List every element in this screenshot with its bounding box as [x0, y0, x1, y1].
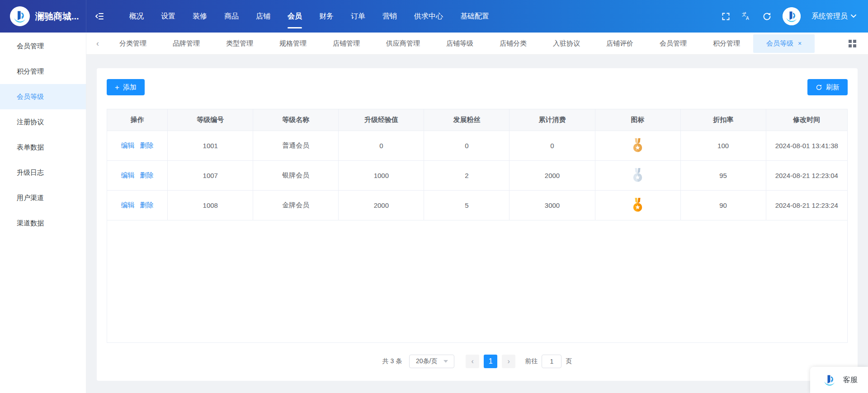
row-0-modified-time: 2024-08-01 13:41:38: [766, 131, 847, 161]
sidebar-item-0[interactable]: 会员管理: [0, 33, 86, 59]
table-row: 编辑删除1001普通会员0001002024-08-01 13:41:38: [107, 131, 847, 161]
logo-icon: [10, 6, 30, 26]
user-menu[interactable]: 系统管理员: [811, 12, 856, 21]
tabs-scroll-left-icon[interactable]: ‹: [86, 39, 106, 48]
top-menu-item-9[interactable]: 供求中心: [408, 0, 449, 33]
table-row: 编辑删除1008金牌会员200053000902024-08-21 12:23:…: [107, 191, 847, 220]
tab-1[interactable]: 品牌管理: [160, 34, 213, 53]
top-menu-item-2[interactable]: 装修: [186, 0, 213, 33]
sidebar-item-3[interactable]: 注册协议: [0, 109, 86, 135]
tab-11[interactable]: 积分管理: [700, 34, 753, 53]
row-0-level-no: 1001: [168, 131, 253, 161]
table-header-row: 操作等级编号等级名称升级经验值发展粉丝累计消费图标折扣率修改时间: [107, 109, 847, 131]
tab-10[interactable]: 会员管理: [646, 34, 700, 53]
tab-8[interactable]: 入驻协议: [540, 34, 593, 53]
table-header-cell-6: 图标: [595, 109, 681, 131]
collapse-menu-icon[interactable]: [94, 11, 105, 22]
refresh-button[interactable]: 刷新: [807, 79, 848, 95]
tab-label-12: 会员等级: [766, 39, 793, 48]
tab-9[interactable]: 店铺评价: [593, 34, 646, 53]
sidebar-item-2[interactable]: 会员等级: [0, 84, 86, 109]
edit-link[interactable]: 编辑: [121, 201, 135, 210]
tab-5[interactable]: 供应商管理: [373, 34, 433, 53]
tab-12[interactable]: 会员等级×: [753, 34, 815, 53]
table-body: 编辑删除1001普通会员0001002024-08-01 13:41:38编辑删…: [107, 131, 847, 220]
page-size-select[interactable]: 20条/页: [409, 355, 454, 368]
next-page-button[interactable]: ›: [502, 355, 515, 368]
tab-bar: ‹ 分类管理品牌管理类型管理规格管理店铺管理供应商管理店铺等级店铺分类入驻协议店…: [86, 33, 868, 55]
toolbar: + 添加 刷新: [107, 79, 848, 95]
member-level-card: + 添加 刷新 操作等级编号等级名称升级经验值发展粉丝累计消费图标折扣率修改时间…: [97, 68, 858, 381]
pagination: 共 3 条 20条/页 ‹ 1 › 前往 页: [107, 355, 848, 368]
prev-page-button[interactable]: ‹: [466, 355, 479, 368]
row-2-discount: 90: [681, 191, 766, 220]
language-icon[interactable]: 文A: [741, 11, 751, 21]
row-1-actions: 编辑删除: [107, 161, 168, 191]
row-2-upgrade-exp: 2000: [339, 191, 424, 220]
page-number-button[interactable]: 1: [484, 355, 497, 368]
svg-text:A: A: [746, 16, 749, 21]
top-menu-item-10[interactable]: 基础配置: [454, 0, 495, 33]
tab-7[interactable]: 店铺分类: [486, 34, 540, 53]
tab-label-5: 供应商管理: [386, 39, 420, 48]
top-navbar: 澜驰商城... 概况设置装修商品店铺会员财务订单营销供求中心基础配置 文A 系统…: [0, 0, 868, 33]
customer-service-widget[interactable]: 客服: [810, 367, 868, 393]
sidebar-item-4[interactable]: 表单数据: [0, 135, 86, 160]
table-header-cell-4: 发展粉丝: [424, 109, 509, 131]
row-2-consume: 3000: [509, 191, 595, 220]
sidebar-item-6[interactable]: 用户渠道: [0, 185, 86, 211]
edit-link[interactable]: 编辑: [121, 141, 135, 150]
tab-label-7: 店铺分类: [500, 39, 527, 48]
avatar[interactable]: [783, 7, 801, 25]
sidebar-item-7[interactable]: 渠道数据: [0, 211, 86, 236]
goto-unit: 页: [566, 357, 572, 365]
table-header-cell-8: 修改时间: [766, 109, 847, 131]
goto-label: 前往: [525, 357, 538, 365]
brand: 澜驰商城...: [0, 0, 86, 33]
tab-label-1: 品牌管理: [173, 39, 200, 48]
row-2-icon-cell: [595, 191, 681, 220]
top-menu-item-6[interactable]: 财务: [313, 0, 340, 33]
top-menu-item-7[interactable]: 订单: [344, 0, 372, 33]
top-menu-item-0[interactable]: 概况: [123, 0, 150, 33]
add-button[interactable]: + 添加: [107, 79, 145, 95]
tab-6[interactable]: 店铺等级: [433, 34, 486, 53]
tab-2[interactable]: 类型管理: [213, 34, 266, 53]
tab-label-3: 规格管理: [279, 39, 307, 48]
goto-page: 前往 页: [525, 355, 572, 368]
top-menu-item-1[interactable]: 设置: [155, 0, 182, 33]
sidebar-item-1[interactable]: 积分管理: [0, 59, 86, 84]
add-button-label: 添加: [123, 83, 137, 92]
refresh-icon[interactable]: [762, 12, 772, 21]
top-menu-item-3[interactable]: 商品: [218, 0, 245, 33]
fullscreen-icon[interactable]: [721, 12, 731, 21]
row-2-level-name: 金牌会员: [253, 191, 339, 220]
sidebar: 会员管理积分管理会员等级注册协议表单数据升级日志用户渠道渠道数据: [0, 33, 86, 393]
customer-service-logo-icon: [821, 371, 839, 389]
tab-label-6: 店铺等级: [446, 39, 473, 48]
gold-medal-icon: [632, 198, 644, 213]
tab-3[interactable]: 规格管理: [266, 34, 320, 53]
row-0-actions: 编辑删除: [107, 131, 168, 161]
edit-link[interactable]: 编辑: [121, 171, 135, 180]
row-0-level-name: 普通会员: [253, 131, 339, 161]
row-2-fans: 5: [424, 191, 509, 220]
sidebar-item-5[interactable]: 升级日志: [0, 160, 86, 185]
tab-grid-icon[interactable]: [837, 40, 868, 47]
top-menu-item-5[interactable]: 会员: [281, 0, 308, 33]
delete-link[interactable]: 删除: [140, 201, 154, 210]
refresh-button-icon: [816, 84, 822, 91]
delete-link[interactable]: 删除: [140, 141, 154, 150]
top-menu-item-8[interactable]: 营销: [376, 0, 403, 33]
top-menu-item-4[interactable]: 店铺: [250, 0, 277, 33]
tab-label-0: 分类管理: [119, 39, 146, 48]
goto-page-input[interactable]: [542, 355, 561, 368]
row-1-modified-time: 2024-08-21 12:23:04: [766, 161, 847, 191]
table-header-cell-1: 等级编号: [168, 109, 253, 131]
tab-4[interactable]: 店铺管理: [320, 34, 373, 53]
row-1-icon-cell: [595, 161, 681, 191]
bronze-medal-icon: [632, 138, 644, 153]
tab-close-icon[interactable]: ×: [798, 40, 802, 47]
tab-0[interactable]: 分类管理: [106, 34, 160, 53]
delete-link[interactable]: 删除: [140, 171, 154, 180]
